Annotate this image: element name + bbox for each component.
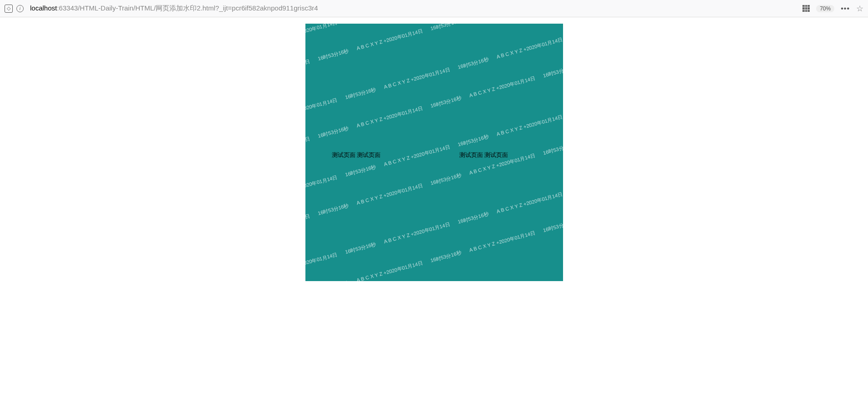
watermark-container: 测试页面 测试页面 测试页面 测试页面 A B C X Y Z +2020年01… <box>305 24 563 281</box>
browser-toolbar: ◇ i localhost:63343/HTML-Daily-Train/HTM… <box>0 0 868 17</box>
page-content: 测试页面 测试页面 测试页面 测试页面 A B C X Y Z +2020年01… <box>0 17 868 281</box>
url-path: :63343/HTML-Daily-Train/HTML/网页添加水印2.htm… <box>57 4 318 12</box>
tracking-protection-icon[interactable]: ◇ <box>5 5 13 13</box>
url-host: localhost <box>30 4 57 12</box>
bookmark-star-icon[interactable]: ☆ <box>856 4 863 14</box>
toolbar-right: 70% ••• ☆ <box>802 4 863 14</box>
qr-icon[interactable] <box>802 5 810 12</box>
zoom-level[interactable]: 70% <box>816 5 834 12</box>
site-info-icon[interactable]: i <box>16 5 24 12</box>
menu-icon[interactable]: ••• <box>841 5 850 13</box>
content-text-right: 测试页面 测试页面 <box>459 151 508 159</box>
content-text-left: 测试页面 测试页面 <box>332 151 381 159</box>
url-bar[interactable]: localhost:63343/HTML-Daily-Train/HTML/网页… <box>27 4 799 13</box>
watermark-row: A B C X Y Z +2020年01月14日 16时53分16秒 A B C… <box>305 24 563 160</box>
